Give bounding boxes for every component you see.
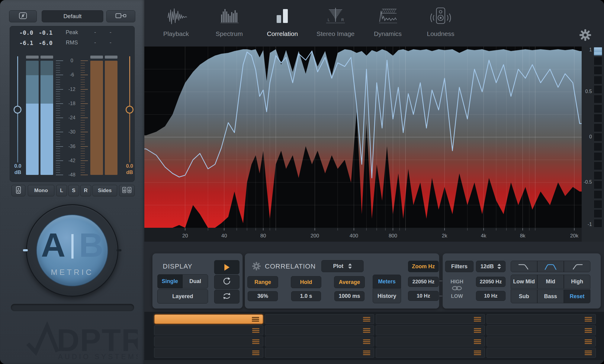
view-meters-button[interactable]: Meters xyxy=(373,275,401,288)
snapshot-slot[interactable] xyxy=(154,348,263,358)
snapshot-slot[interactable] xyxy=(265,348,374,358)
db-scale-label: 0 xyxy=(71,58,73,63)
average-button[interactable]: Average xyxy=(334,276,365,288)
snapshot-menu-icon[interactable] xyxy=(252,339,259,344)
link-icon[interactable] xyxy=(451,285,462,292)
snapshot-menu-icon[interactable] xyxy=(474,317,481,321)
filters-button[interactable]: Filters xyxy=(445,261,474,272)
left-fader-handle[interactable] xyxy=(14,106,21,114)
zoom-low-value[interactable]: 10 Hz xyxy=(408,291,439,301)
speaker-monitor-button[interactable] xyxy=(11,185,25,196)
channel-right-button[interactable]: R xyxy=(80,185,91,196)
cycle-button[interactable] xyxy=(214,290,239,304)
snapshot-menu-icon[interactable] xyxy=(363,350,370,355)
tab-playback[interactable]: Playback xyxy=(149,4,203,44)
display-card: DISPLAY xyxy=(152,253,243,309)
view-history-button[interactable]: History xyxy=(373,289,401,303)
window-size-button[interactable] xyxy=(106,10,135,22)
settings-gear-button[interactable] xyxy=(579,28,592,42)
snapshot-slot[interactable] xyxy=(265,314,374,324)
snapshot-slot[interactable] xyxy=(487,348,596,358)
snapshot-slot[interactable] xyxy=(487,314,596,324)
channel-sides-button[interactable]: Sides xyxy=(92,185,117,196)
band-mid-button[interactable]: Mid xyxy=(537,275,564,289)
band-sub-button[interactable]: Sub xyxy=(511,289,537,303)
snapshot-slot[interactable] xyxy=(487,325,596,335)
svg-text:L: L xyxy=(328,18,330,22)
snapshot-menu-icon[interactable] xyxy=(585,328,592,333)
zoom-hz-button[interactable]: Zoom Hz xyxy=(408,261,439,272)
tab-dynamics[interactable]: Dynamics xyxy=(361,4,414,44)
ab-compare-knob[interactable]: A|B METRIC xyxy=(36,214,108,286)
range-button[interactable]: Range xyxy=(247,276,278,288)
snapshot-menu-icon[interactable] xyxy=(363,339,370,344)
hold-value[interactable]: 1.0 s xyxy=(291,291,321,301)
refresh-button[interactable] xyxy=(214,275,239,289)
snapshot-slot[interactable] xyxy=(376,325,485,335)
correlation-settings-gear[interactable] xyxy=(252,261,261,271)
band-low-mid-button[interactable]: Low Mid xyxy=(511,275,537,289)
correlation-meter-segment xyxy=(594,171,602,180)
snapshot-slot[interactable] xyxy=(154,314,263,324)
reset-button[interactable]: Reset xyxy=(564,289,590,303)
lowpass-filter-button[interactable] xyxy=(511,261,537,272)
db-scale-label: -18 xyxy=(68,101,75,106)
tab-correlation[interactable]: Correlation xyxy=(256,4,309,44)
collapse-window-button[interactable] xyxy=(9,10,37,22)
spectrum-icon xyxy=(213,4,246,30)
snapshot-menu-icon[interactable] xyxy=(474,339,481,344)
range-value[interactable]: 36% xyxy=(248,291,278,301)
preset-selector[interactable]: Default xyxy=(42,10,103,22)
cycle-icon xyxy=(222,292,232,302)
filter-high-value[interactable]: 22050 Hz xyxy=(476,277,506,287)
channel-left-button[interactable]: L xyxy=(56,185,67,196)
tab-stereo-image[interactable]: LRStereo Image xyxy=(309,4,362,44)
average-value[interactable]: 1000 ms xyxy=(334,291,365,301)
plot-select-stepper[interactable] xyxy=(348,263,352,269)
hold-button[interactable]: Hold xyxy=(291,276,321,288)
snapshot-menu-icon[interactable] xyxy=(252,350,259,355)
band-high-button[interactable]: High xyxy=(564,275,590,289)
channel-side-button[interactable]: S xyxy=(68,185,79,196)
snapshot-menu-icon[interactable] xyxy=(252,317,259,321)
plot-mode-select[interactable]: Plot xyxy=(321,260,364,272)
playback-icon xyxy=(159,4,193,30)
display-mode-dual-button[interactable]: Dual xyxy=(182,274,208,288)
display-mode-layered-button[interactable]: Layered xyxy=(157,289,208,304)
tab-loudness[interactable]: Loudness xyxy=(414,4,467,44)
display-mode-single-button[interactable]: Single xyxy=(157,274,182,288)
snapshot-menu-icon[interactable] xyxy=(363,328,370,333)
highpass-filter-button[interactable] xyxy=(564,261,590,272)
snapshot-menu-icon[interactable] xyxy=(363,317,370,321)
db-tick xyxy=(56,153,60,154)
slope-stepper-arrows[interactable] xyxy=(497,264,501,269)
snapshot-slot[interactable] xyxy=(154,337,263,346)
snapshot-slot[interactable] xyxy=(376,337,485,346)
snapshot-menu-icon[interactable] xyxy=(474,350,481,355)
snapshot-menu-icon[interactable] xyxy=(585,317,592,321)
snapshot-menu-icon[interactable] xyxy=(474,328,481,333)
right-fader-handle[interactable] xyxy=(126,106,133,114)
snapshot-menu-icon[interactable] xyxy=(585,339,592,344)
snapshot-slot[interactable] xyxy=(376,348,485,358)
snapshot-slot[interactable] xyxy=(265,337,374,346)
channel-mono-button[interactable]: Mono xyxy=(28,185,54,196)
crossfade-slot[interactable] xyxy=(11,304,134,311)
snapshot-slot[interactable] xyxy=(265,325,374,335)
right-fader-readout: 0.0dB xyxy=(120,163,139,176)
snapshot-slot[interactable] xyxy=(487,337,596,346)
band-bass-button[interactable]: Bass xyxy=(537,289,564,303)
correlation-meter-segment xyxy=(594,162,602,170)
snapshot-menu-icon[interactable] xyxy=(585,350,592,355)
play-button[interactable] xyxy=(214,260,239,274)
snapshot-slot[interactable] xyxy=(376,314,485,324)
zoom-high-value[interactable]: 22050 Hz xyxy=(408,277,439,287)
filter-low-value[interactable]: 10 Hz xyxy=(476,291,506,301)
correlation-axis-label: 1 xyxy=(582,47,592,53)
snapshot-menu-icon[interactable] xyxy=(252,328,259,333)
filter-slope-stepper[interactable]: 12dB xyxy=(476,261,506,272)
dual-speaker-button[interactable] xyxy=(119,185,135,196)
bandpass-filter-button[interactable] xyxy=(537,261,564,272)
snapshot-slot[interactable] xyxy=(154,325,263,335)
tab-spectrum[interactable]: Spectrum xyxy=(203,4,256,44)
